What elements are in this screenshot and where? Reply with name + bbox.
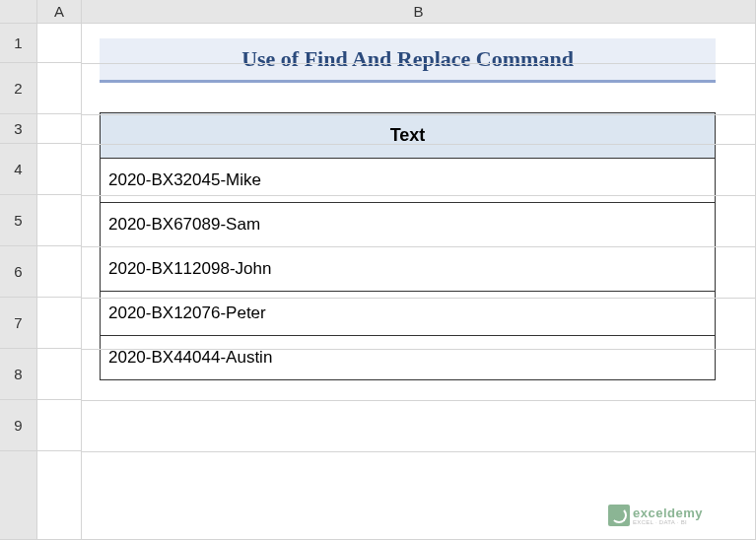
- select-all-corner[interactable]: [0, 0, 37, 24]
- cell-a9[interactable]: [37, 400, 82, 451]
- cell-a6[interactable]: [37, 246, 82, 298]
- table-row[interactable]: 2020-BX44044-Austin: [101, 336, 716, 380]
- row-header-6[interactable]: 6: [0, 246, 37, 298]
- watermark: exceldemy EXCEL · DATA · BI: [608, 505, 703, 526]
- text-cell[interactable]: 2020-BX112098-John: [101, 247, 716, 292]
- row-header-blank: [0, 451, 37, 540]
- watermark-tagline: EXCEL · DATA · BI: [633, 519, 703, 525]
- text-cell[interactable]: 2020-BX44044-Austin: [101, 336, 716, 380]
- cell-a7[interactable]: [37, 298, 82, 349]
- page-title: Use of Find And Replace Command: [241, 46, 574, 71]
- cell-a8[interactable]: [37, 349, 82, 400]
- row-header-9[interactable]: 9: [0, 400, 37, 451]
- cell-a3[interactable]: [37, 114, 82, 144]
- column-header-b[interactable]: B: [82, 0, 756, 24]
- row-header-3[interactable]: 3: [0, 114, 37, 144]
- row-header-2[interactable]: 2: [0, 63, 37, 114]
- column-header-a[interactable]: A: [37, 0, 82, 24]
- cell-a2[interactable]: [37, 63, 82, 114]
- content-area: Use of Find And Replace Command Text 202…: [82, 24, 756, 451]
- cell-blank-b: [82, 451, 756, 540]
- spreadsheet-grid: A B 1 Use of Find And Replace Command Te…: [0, 0, 756, 540]
- exceldemy-logo-icon: [608, 505, 630, 526]
- row-header-7[interactable]: 7: [0, 298, 37, 349]
- row-header-5[interactable]: 5: [0, 195, 37, 246]
- cell-a1[interactable]: [37, 24, 82, 63]
- row-header-4[interactable]: 4: [0, 144, 37, 195]
- table-row[interactable]: 2020-BX112098-John: [101, 247, 716, 292]
- row-header-1[interactable]: 1: [0, 24, 37, 63]
- cell-blank: [37, 451, 82, 540]
- cell-a4[interactable]: [37, 144, 82, 195]
- text-cell[interactable]: 2020-BX67089-Sam: [101, 203, 716, 247]
- table-row[interactable]: 2020-BX67089-Sam: [101, 203, 716, 247]
- title-box: Use of Find And Replace Command: [100, 38, 716, 83]
- row-header-8[interactable]: 8: [0, 349, 37, 400]
- table-header-text[interactable]: Text: [101, 113, 716, 159]
- watermark-brand: exceldemy: [633, 506, 703, 519]
- cell-a5[interactable]: [37, 195, 82, 246]
